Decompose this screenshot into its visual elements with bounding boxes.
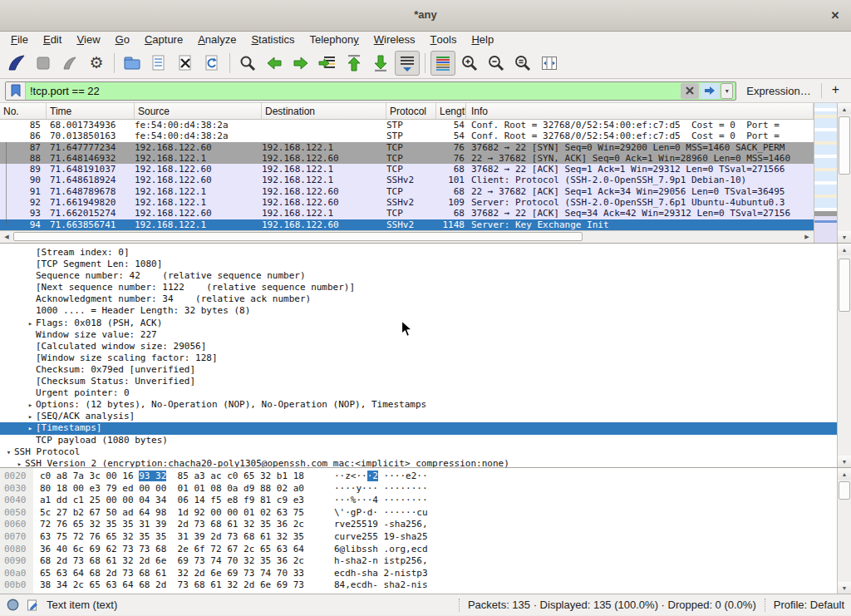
expert-info-icon[interactable]	[7, 599, 19, 611]
hex-row-0070[interactable]: 007063 75 72 76 65 32 35 35 31 39 2d 73 …	[0, 531, 837, 544]
detail-line[interactable]: ▾SSH Protocol	[0, 446, 837, 458]
detail-line[interactable]: Sequence number: 42 (relative sequence n…	[0, 270, 837, 282]
hex-scrollbar[interactable]: ▲ ▼	[837, 468, 851, 594]
go-last-button[interactable]	[368, 51, 393, 76]
hex-bytes[interactable]: 36 40 6c 69 62 73 73 68 2e 6f 72 67 2c 6…	[40, 544, 304, 554]
hex-bytes[interactable]: 38 34 2c 65 63 64 68 2d 73 68 61 32 2d 6…	[40, 579, 304, 590]
hex-ascii[interactable]: ···%···4 ········	[334, 495, 428, 507]
hex-bytes[interactable]: 63 75 72 76 65 32 35 35 31 39 2d 73 68 6…	[40, 531, 304, 542]
scroll-down-icon[interactable]: ▼	[838, 456, 851, 467]
detail-line[interactable]: Checksum: 0x79ed [unverified]	[0, 364, 837, 376]
hex-ascii[interactable]: ····y··· ········	[334, 483, 428, 495]
resize-columns-button[interactable]	[537, 51, 562, 76]
hex-ascii[interactable]: 6@libssh .org,ecd	[334, 544, 428, 556]
hex-row-0020[interactable]: 0020c0 a8 7a 3c 00 16 93 32 85 a3 ac c0 …	[0, 471, 837, 483]
packet-row-92[interactable]: 9271.661949820192.168.122.1192.168.122.6…	[0, 197, 814, 208]
column-header-source[interactable]: Source	[135, 103, 262, 119]
hex-row-0090[interactable]: 009068 2d 73 68 61 32 2d 6e 69 73 74 70 …	[0, 555, 837, 568]
vscroll-thumb[interactable]	[839, 116, 850, 175]
packet-row-87[interactable]: 8771.647777234192.168.122.60192.168.122.…	[0, 142, 814, 153]
hex-row-0060[interactable]: 006072 76 65 32 35 35 31 39 2d 73 68 61 …	[0, 519, 837, 531]
packet-row-88[interactable]: 8871.648146932192.168.122.1192.168.122.6…	[0, 153, 814, 164]
vscroll-thumb[interactable]	[839, 259, 850, 312]
column-header-time[interactable]: Time	[47, 103, 135, 119]
expand-icon[interactable]: ▸	[25, 399, 36, 411]
scroll-left-icon[interactable]: ◀	[1, 232, 12, 241]
vscroll-thumb[interactable]	[839, 481, 850, 500]
hex-row-0030[interactable]: 003080 18 00 e3 79 ed 00 00 01 01 08 0a …	[0, 483, 837, 495]
display-filter-input[interactable]	[26, 85, 681, 97]
detail-line[interactable]: Urgent pointer: 0	[0, 387, 837, 399]
packet-list-hscrollbar[interactable]: ◀ ▶	[0, 230, 814, 243]
packet-row-94[interactable]: 9471.663856741192.168.122.1192.168.122.6…	[0, 219, 814, 230]
detail-line[interactable]: [Stream index: 0]	[0, 247, 837, 259]
capture-options-button[interactable]: ⚙	[84, 51, 109, 76]
hex-bytes[interactable]: 65 63 64 68 2d 73 68 61 32 2d 6e 69 73 7…	[40, 568, 304, 579]
scroll-up-icon[interactable]: ▲	[838, 103, 851, 115]
collapse-icon[interactable]: ▾	[3, 446, 14, 458]
filter-clear-button[interactable]	[681, 83, 699, 99]
hex-row-0050[interactable]: 00505c 27 b2 67 50 ad 64 98 1d 92 00 00 …	[0, 507, 837, 520]
column-header-length[interactable]: Length	[436, 103, 466, 119]
packet-row-91[interactable]: 9171.648789678192.168.122.1192.168.122.6…	[0, 186, 814, 197]
detail-line[interactable]: [Calculated window size: 29056]	[0, 341, 837, 352]
scroll-up-icon[interactable]: ▲	[838, 468, 851, 480]
packet-row-93[interactable]: 9371.662015274192.168.122.60192.168.122.…	[0, 208, 814, 219]
filter-bookmark-button[interactable]	[6, 82, 26, 100]
hex-ascii[interactable]: ecdh-sha 2-nistp3	[334, 568, 428, 580]
hex-ascii[interactable]: h-sha2-n istp256,	[334, 555, 428, 568]
menu-tools[interactable]: Tools	[423, 32, 465, 47]
reload-file-button[interactable]	[199, 51, 224, 76]
hex-ascii[interactable]: rve25519 -sha256,	[334, 519, 428, 531]
scroll-right-icon[interactable]: ▶	[801, 232, 813, 241]
hscroll-thumb[interactable]	[13, 232, 583, 241]
expand-icon[interactable]: ▸	[25, 411, 36, 422]
menu-edit[interactable]: Edit	[36, 32, 69, 47]
restart-capture-button[interactable]	[57, 51, 82, 76]
zoom-100-button[interactable]	[510, 51, 535, 76]
hex-bytes[interactable]: 72 76 65 32 35 35 31 39 2d 73 68 61 32 3…	[40, 519, 304, 530]
hex-bytes[interactable]: a1 dd c1 25 00 00 04 34 06 14 f5 e8 f9 8…	[40, 495, 304, 505]
hex-ascii[interactable]: ··z<···2 ····e2··	[334, 471, 428, 483]
packet-row-86[interactable]: 8670.013850163fe:54:00:d4:38:2aSTP54Conf…	[0, 131, 814, 141]
hex-ascii[interactable]: curve255 19-sha25	[334, 531, 428, 544]
detail-line[interactable]: ▸Options: (12 bytes), No-Operation (NOP)…	[0, 399, 837, 411]
auto-scroll-button[interactable]	[395, 51, 420, 76]
detail-line[interactable]: 1000 .... = Header Length: 32 bytes (8)	[0, 305, 837, 317]
hex-bytes[interactable]: c0 a8 7a 3c 00 16 93 32 85 a3 ac c0 65 3…	[40, 471, 304, 481]
packet-list-minimap[interactable]	[814, 103, 837, 243]
scroll-down-icon[interactable]: ▼	[838, 231, 851, 243]
detail-line[interactable]: [Checksum Status: Unverified]	[0, 376, 837, 387]
column-header-info[interactable]: Info	[466, 103, 814, 119]
detail-line[interactable]: [Next sequence number: 1122 (relative se…	[0, 282, 837, 293]
detail-line[interactable]: ▸[SEQ/ACK analysis]	[0, 411, 837, 422]
filter-dropdown-caret[interactable]: ▾	[721, 83, 733, 99]
expression-button[interactable]: Expression…	[741, 85, 815, 97]
menu-statistics[interactable]: Statistics	[243, 32, 302, 47]
save-file-button[interactable]	[146, 51, 171, 76]
start-capture-button[interactable]	[4, 51, 29, 76]
detail-line[interactable]: Window size value: 227	[0, 329, 837, 341]
menu-telephony[interactable]: Telephony	[302, 32, 366, 47]
close-file-button[interactable]	[173, 51, 198, 76]
zoom-out-button[interactable]	[484, 51, 509, 76]
open-file-button[interactable]	[120, 51, 145, 76]
menu-capture[interactable]: Capture	[137, 32, 190, 47]
scroll-down-icon[interactable]: ▼	[838, 582, 851, 594]
close-window-button[interactable]: ✕	[828, 8, 843, 23]
hex-bytes[interactable]: 68 2d 73 68 61 32 2d 6e 69 73 74 70 32 3…	[40, 555, 304, 566]
go-back-button[interactable]	[262, 51, 287, 76]
hex-row-0040[interactable]: 0040a1 dd c1 25 00 00 04 34 06 14 f5 e8 …	[0, 495, 837, 507]
detail-line[interactable]: Acknowledgment number: 34 (relative ack …	[0, 293, 837, 305]
hex-row-00a0[interactable]: 00a065 63 64 68 2d 73 68 61 32 2d 6e 69 …	[0, 568, 837, 580]
go-first-button[interactable]	[342, 51, 366, 76]
packet-row-89[interactable]: 8971.648191037192.168.122.60192.168.122.…	[0, 164, 814, 175]
hex-ascii[interactable]: \'·gP·d· ······cu	[334, 507, 428, 520]
go-forward-button[interactable]	[288, 51, 313, 76]
menu-file[interactable]: File	[3, 32, 36, 47]
packet-list-scrollbar[interactable]: ▲ ▼	[837, 103, 851, 243]
colorize-button[interactable]	[430, 51, 455, 76]
display-filter-field[interactable]: ▾	[5, 81, 736, 101]
go-to-packet-button[interactable]	[315, 51, 340, 76]
expand-icon[interactable]: ▸	[25, 318, 36, 329]
